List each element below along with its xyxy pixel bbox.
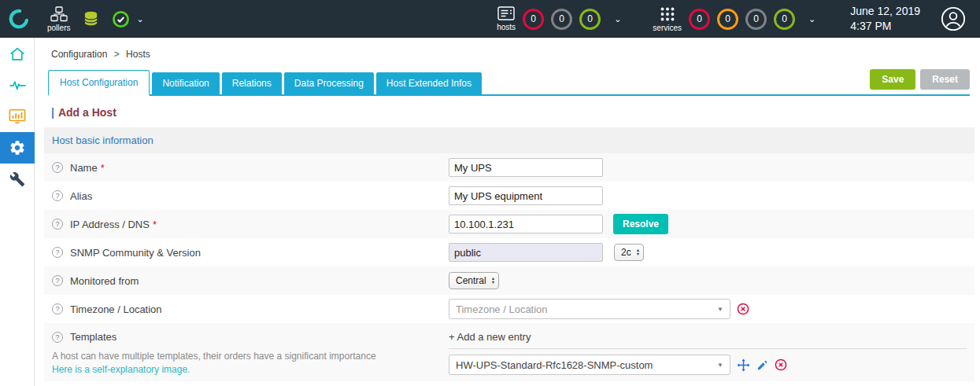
templates-label: Templates bbox=[70, 331, 116, 343]
hosts-down-counter[interactable]: 0 bbox=[523, 9, 544, 30]
name-input[interactable] bbox=[449, 158, 603, 177]
tab-host-configuration[interactable]: Host Configuration bbox=[48, 70, 150, 96]
tabbar: Host Configuration Notification Relation… bbox=[48, 69, 970, 96]
sidebar-item-configuration[interactable] bbox=[0, 132, 35, 164]
breadcrumb: Configuration > Hosts bbox=[35, 38, 980, 64]
breadcrumb-separator: > bbox=[114, 49, 120, 60]
hosts-status-group: hosts 0 0 0 ⌄ bbox=[497, 6, 621, 31]
database-icon bbox=[83, 10, 99, 28]
help-icon[interactable]: ? bbox=[52, 219, 63, 230]
monitored-from-value: Central bbox=[456, 275, 486, 286]
reset-button[interactable]: Reset bbox=[920, 69, 970, 90]
ip-label-cell: ? IP Address / DNS * bbox=[52, 219, 449, 230]
templates-note-link[interactable]: Here is a self-explanatory image. bbox=[52, 363, 376, 377]
tab-actions: Save Reset bbox=[870, 69, 970, 90]
template-select[interactable]: HW-UPS-Standard-Rfc1628-SNMP-custom ▼ bbox=[449, 355, 730, 375]
snmp-community-input[interactable] bbox=[449, 243, 603, 262]
form-row-timezone: ? Timezone / Location Timezone / Locatio… bbox=[44, 295, 974, 323]
template-edit-button[interactable] bbox=[756, 359, 768, 371]
home-icon bbox=[9, 46, 26, 62]
timezone-clear-button[interactable] bbox=[737, 303, 749, 315]
form-row-create-services: ? Create Services linked to the Template… bbox=[44, 381, 974, 386]
breadcrumb-configuration[interactable]: Configuration bbox=[51, 49, 107, 60]
services-unknown-counter[interactable]: 0 bbox=[745, 9, 767, 30]
hosts-chevron-down-icon[interactable]: ⌄ bbox=[614, 15, 621, 24]
form-row-snmp: ? SNMP Community & Version 2c ▲▼ bbox=[44, 238, 974, 267]
move-icon bbox=[737, 358, 750, 372]
centreon-logo[interactable] bbox=[0, 0, 38, 38]
help-icon[interactable]: ? bbox=[52, 275, 63, 286]
services-critical-counter[interactable]: 0 bbox=[689, 9, 710, 30]
save-button[interactable]: Save bbox=[870, 69, 915, 90]
monitored-from-select[interactable]: Central ▲▼ bbox=[449, 272, 499, 289]
current-date: June 12, 2019 bbox=[850, 4, 920, 19]
hosts-menu[interactable]: hosts bbox=[497, 6, 516, 31]
user-icon bbox=[941, 6, 966, 31]
sidebar-item-home[interactable] bbox=[0, 38, 35, 69]
help-icon[interactable]: ? bbox=[52, 162, 63, 173]
timezone-select[interactable]: Timezone / Location ▼ bbox=[449, 299, 730, 319]
services-ok-counter[interactable]: 0 bbox=[774, 9, 795, 30]
tab-host-extended-infos[interactable]: Host Extended Infos bbox=[376, 72, 482, 94]
tab-relations[interactable]: Relations bbox=[222, 72, 282, 94]
form-row-templates: ? Templates A host can have multiple tem… bbox=[44, 323, 974, 381]
ok-ring-icon bbox=[112, 10, 130, 28]
alias-input[interactable] bbox=[449, 186, 603, 205]
services-chevron-down-icon[interactable]: ⌄ bbox=[808, 15, 815, 24]
required-asterisk: * bbox=[101, 162, 105, 174]
topbar: pollers ⌄ ho bbox=[0, 0, 980, 38]
hosts-unreachable-counter[interactable]: 0 bbox=[551, 9, 572, 30]
services-menu[interactable]: services bbox=[653, 6, 682, 32]
help-icon[interactable]: ? bbox=[52, 303, 63, 314]
pollers-menu[interactable]: pollers bbox=[47, 6, 70, 32]
form-row-ip: ? IP Address / DNS * Resolve bbox=[44, 210, 974, 238]
template-remove-button[interactable] bbox=[775, 358, 787, 371]
tab-data-processing[interactable]: Data Processing bbox=[284, 72, 374, 94]
wrench-icon bbox=[9, 171, 25, 187]
sidebar-item-administration[interactable] bbox=[0, 164, 35, 195]
form-row-monitored-from: ? Monitored from Central ▲▼ bbox=[44, 267, 974, 295]
ip-label: IP Address / DNS bbox=[70, 219, 150, 230]
resolve-button[interactable]: Resolve bbox=[613, 214, 668, 234]
database-status-icon[interactable] bbox=[83, 10, 99, 28]
help-icon[interactable]: ? bbox=[52, 332, 63, 343]
templates-note-text: A host can have multiple templates, thei… bbox=[52, 350, 376, 363]
help-icon[interactable]: ? bbox=[52, 190, 63, 201]
page-title-pipe: | bbox=[51, 106, 54, 119]
centreon-app: pollers ⌄ ho bbox=[0, 0, 980, 386]
section-host-basic-information: Host basic information bbox=[44, 127, 974, 153]
required-asterisk: * bbox=[153, 219, 157, 230]
name-label-cell: ? Name * bbox=[52, 162, 449, 174]
user-menu[interactable] bbox=[941, 6, 966, 31]
select-stepper-icon: ▲▼ bbox=[636, 248, 640, 257]
template-value: HW-UPS-Standard-Rfc1628-SNMP-custom bbox=[456, 359, 653, 371]
chart-icon bbox=[9, 108, 26, 124]
help-icon[interactable]: ? bbox=[52, 247, 63, 258]
name-label: Name bbox=[70, 162, 98, 174]
alias-label: Alias bbox=[70, 190, 92, 202]
sidebar-item-monitoring[interactable] bbox=[0, 69, 35, 101]
form-row-name: ? Name * bbox=[44, 153, 974, 182]
snmp-version-value: 2c bbox=[621, 247, 631, 258]
tab-notification[interactable]: Notification bbox=[152, 72, 219, 94]
add-template-entry-link[interactable]: + Add a new entry bbox=[449, 325, 967, 348]
services-label: services bbox=[653, 24, 682, 32]
pollers-chevron-down-icon[interactable]: ⌄ bbox=[136, 15, 143, 24]
page-title: |Add a Host bbox=[51, 106, 980, 119]
caret-down-icon: ▼ bbox=[717, 306, 723, 313]
sidebar-item-reporting[interactable] bbox=[0, 101, 35, 132]
host-form: Host basic information ? Name * ? Alias bbox=[44, 127, 974, 386]
snmp-version-select[interactable]: 2c ▲▼ bbox=[614, 244, 644, 261]
hosts-up-counter[interactable]: 0 bbox=[579, 9, 601, 30]
templates-note: A host can have multiple templates, thei… bbox=[52, 350, 376, 377]
template-move-handle[interactable] bbox=[737, 358, 750, 372]
clock: June 12, 2019 4:37 PM bbox=[850, 4, 920, 34]
services-warning-counter[interactable]: 0 bbox=[717, 9, 738, 30]
breadcrumb-hosts[interactable]: Hosts bbox=[126, 49, 150, 60]
poller-state-ok-icon[interactable] bbox=[112, 10, 130, 28]
services-status-group: services 0 0 0 0 ⌄ bbox=[653, 6, 815, 32]
ip-input[interactable] bbox=[449, 215, 603, 233]
monitored-from-label: Monitored from bbox=[70, 275, 139, 287]
timezone-placeholder: Timezone / Location bbox=[456, 303, 548, 315]
snmp-label-cell: ? SNMP Community & Version bbox=[52, 247, 449, 259]
